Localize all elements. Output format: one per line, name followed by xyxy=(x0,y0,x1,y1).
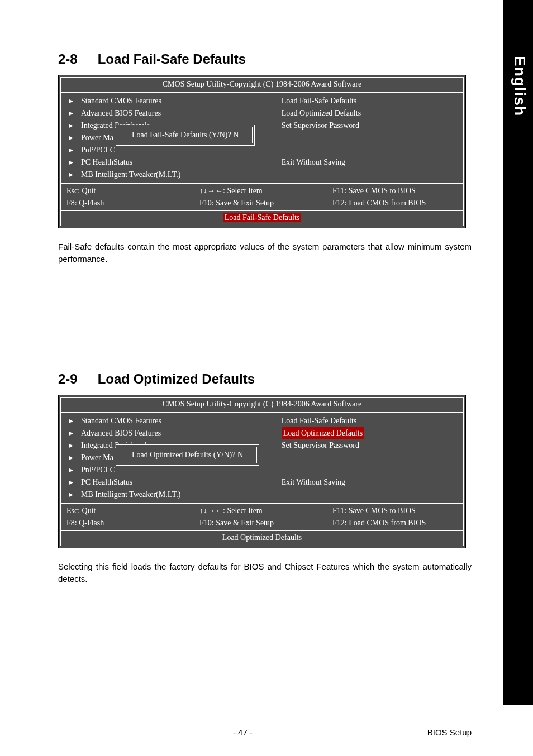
bios-menu-item[interactable]: Load Optimized Defaults xyxy=(282,427,459,439)
bios-menu-item[interactable]: ▶PC Health Status xyxy=(64,156,274,169)
footer-section: BIOS Setup xyxy=(427,728,472,737)
hint-f10: F10: Save & Exit Setup xyxy=(199,197,332,209)
triangle-right-icon: ▶ xyxy=(69,132,73,144)
bios-right-menu: Load Fail-Safe Defaults Load Optimized D… xyxy=(278,412,463,503)
bios-menu-item[interactable]: Set Supervisor Password xyxy=(282,439,459,452)
bios-menu-item[interactable]: ▶Standard CMOS Features xyxy=(64,415,274,427)
hint-esc: Esc: Quit xyxy=(66,185,199,197)
hint-f8: F8: Q-Flash xyxy=(66,517,199,529)
triangle-right-icon: ▶ xyxy=(69,427,73,439)
triangle-right-icon: ▶ xyxy=(69,95,73,107)
confirm-dialog[interactable]: Load Optimized Defaults (Y/N)? N xyxy=(116,444,259,466)
triangle-right-icon: ▶ xyxy=(69,144,73,156)
section-heading-28: 2-8 Load Fail-Safe Defaults xyxy=(58,51,464,67)
triangle-right-icon: ▶ xyxy=(69,439,73,452)
bios-title-bar: CMOS Setup Utility-Copyright (C) 1984-20… xyxy=(61,78,463,92)
page-number: - 47 - xyxy=(233,728,253,737)
hint-f12: F12: Load CMOS from BIOS xyxy=(332,197,458,209)
bios-menu-item[interactable]: Set Supervisor Password xyxy=(282,119,459,132)
bios-description-bar: Load Optimized Defaults xyxy=(61,530,463,546)
bios-menu-item[interactable] xyxy=(282,464,459,476)
page-footer: - 47 - BIOS Setup xyxy=(58,728,472,737)
triangle-right-icon: ▶ xyxy=(69,107,73,119)
bios-menu-item[interactable] xyxy=(282,132,459,144)
section-title: Load Optimized Defaults xyxy=(98,371,255,386)
bios-menu-item[interactable]: Load Fail-Safe Defaults xyxy=(282,415,459,427)
bios-title-bar: CMOS Setup Utility-Copyright (C) 1984-20… xyxy=(61,398,463,412)
bios-menu-item[interactable]: ▶MB Intelligent Tweaker(M.I.T.) xyxy=(64,169,274,181)
bios-hint-bar: Esc: Quit ↑↓→←: Select Item F11: Save CM… xyxy=(61,503,463,530)
hint-arrows: ↑↓→←: Select Item xyxy=(199,185,332,197)
triangle-right-icon: ▶ xyxy=(69,119,73,132)
triangle-right-icon: ▶ xyxy=(69,489,73,501)
section-28-paragraph: Fail-Safe defaults contain the most appr… xyxy=(58,241,472,265)
footer-rule xyxy=(58,722,472,722)
bios-menu-item[interactable]: Load Optimized Defaults xyxy=(282,107,459,119)
triangle-right-icon: ▶ xyxy=(69,476,73,489)
side-tab-label: English xyxy=(511,56,529,116)
hint-f10: F10: Save & Exit Setup xyxy=(199,517,332,529)
bios-menu-item[interactable]: ▶MB Intelligent Tweaker(M.I.T.) xyxy=(64,489,274,501)
bios-screenshot-2: CMOS Setup Utility-Copyright (C) 1984-20… xyxy=(58,395,466,548)
page-content: 2-8 Load Fail-Safe Defaults CMOS Setup U… xyxy=(0,0,503,585)
bios-menu-item[interactable] xyxy=(282,144,459,156)
bios-menu-item[interactable] xyxy=(282,452,459,464)
bios-menu-item[interactable]: ▶Advanced BIOS Features xyxy=(64,107,274,119)
hint-f11: F11: Save CMOS to BIOS xyxy=(332,505,458,517)
hint-f12: F12: Load CMOS from BIOS xyxy=(332,517,458,529)
section-title: Load Fail-Safe Defaults xyxy=(98,51,246,66)
triangle-right-icon: ▶ xyxy=(69,464,73,476)
hint-arrows: ↑↓→←: Select Item xyxy=(199,505,332,517)
bios-screenshot-1: CMOS Setup Utility-Copyright (C) 1984-20… xyxy=(58,75,466,228)
bios-menu-item[interactable]: ▶Standard CMOS Features xyxy=(64,95,274,107)
bios-menu-item[interactable]: ▶PC Health Status xyxy=(64,476,274,489)
confirm-dialog-text: Load Fail-Safe Defaults (Y/N)? N xyxy=(118,127,253,143)
bios-menu-item[interactable]: ▶PnP/PCI C xyxy=(64,144,274,156)
triangle-right-icon: ▶ xyxy=(69,415,73,427)
hint-f11: F11: Save CMOS to BIOS xyxy=(332,185,458,197)
section-29-paragraph: Selecting this field loads the factory d… xyxy=(58,561,472,585)
section-heading-29: 2-9 Load Optimized Defaults xyxy=(58,371,464,387)
triangle-right-icon: ▶ xyxy=(69,156,73,169)
hint-f8: F8: Q-Flash xyxy=(66,197,199,209)
confirm-dialog[interactable]: Load Fail-Safe Defaults (Y/N)? N xyxy=(116,125,255,146)
section-num: 2-8 xyxy=(58,51,94,67)
section-num: 2-9 xyxy=(58,371,94,387)
triangle-right-icon: ▶ xyxy=(69,169,73,181)
triangle-right-icon: ▶ xyxy=(69,452,73,464)
bios-menu-item[interactable]: ▶PnP/PCI C xyxy=(64,464,274,476)
confirm-dialog-text: Load Optimized Defaults (Y/N)? N xyxy=(118,447,257,463)
bios-hint-bar: Esc: Quit ↑↓→←: Select Item F11: Save CM… xyxy=(61,183,463,210)
bios-menu-item[interactable]: Exit Without Saving xyxy=(282,156,459,169)
bios-menu-item[interactable]: Load Fail-Safe Defaults xyxy=(282,95,459,107)
bios-description-bar: Load Fail-Safe Defaults xyxy=(61,210,463,226)
hint-esc: Esc: Quit xyxy=(66,505,199,517)
bios-right-menu: Load Fail-Safe Defaults Load Optimized D… xyxy=(278,92,463,183)
bios-menu-item[interactable]: ▶Advanced BIOS Features xyxy=(64,427,274,439)
bios-menu-item[interactable]: Exit Without Saving xyxy=(282,476,459,489)
